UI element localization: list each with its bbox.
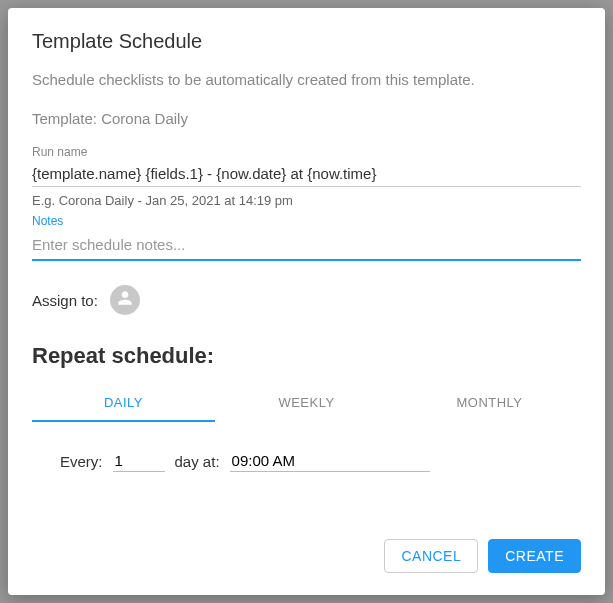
every-label: Every: bbox=[60, 453, 103, 470]
modal-description: Schedule checklists to be automatically … bbox=[32, 71, 581, 88]
cancel-button[interactable]: CANCEL bbox=[384, 539, 478, 573]
assign-label: Assign to: bbox=[32, 292, 98, 309]
repeat-title: Repeat schedule: bbox=[32, 343, 581, 369]
person-icon bbox=[115, 288, 135, 312]
run-name-label: Run name bbox=[32, 145, 581, 159]
repeat-tabs: DAILY WEEKLY MONTHLY bbox=[32, 385, 581, 422]
tab-weekly[interactable]: WEEKLY bbox=[215, 385, 398, 422]
every-input[interactable] bbox=[113, 450, 165, 472]
notes-input[interactable] bbox=[32, 230, 581, 261]
run-name-input[interactable] bbox=[32, 161, 581, 187]
template-label: Template: Corona Daily bbox=[32, 110, 581, 127]
create-button[interactable]: CREATE bbox=[488, 539, 581, 573]
assign-user-button[interactable] bbox=[110, 285, 140, 315]
modal-footer: CANCEL CREATE bbox=[32, 519, 581, 573]
modal-title: Template Schedule bbox=[32, 30, 581, 53]
repeat-config-row: Every: day at: bbox=[32, 450, 581, 472]
tab-monthly[interactable]: MONTHLY bbox=[398, 385, 581, 422]
run-name-example: E.g. Corona Daily - Jan 25, 2021 at 14:1… bbox=[32, 193, 581, 208]
assign-row: Assign to: bbox=[32, 285, 581, 315]
notes-label: Notes bbox=[32, 214, 581, 228]
tab-daily[interactable]: DAILY bbox=[32, 385, 215, 422]
time-input[interactable] bbox=[230, 450, 430, 472]
template-schedule-modal: Template Schedule Schedule checklists to… bbox=[8, 8, 605, 595]
day-at-label: day at: bbox=[175, 453, 220, 470]
